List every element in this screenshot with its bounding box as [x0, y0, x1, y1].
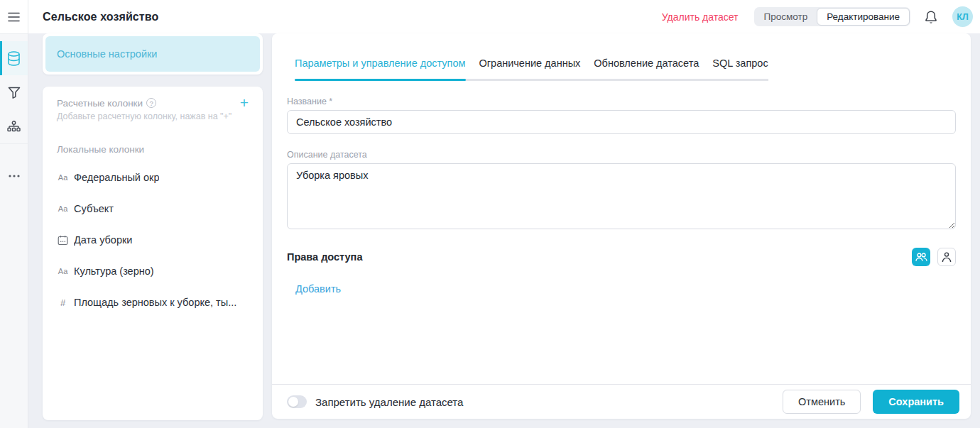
mode-view[interactable]: Просмотр [755, 8, 817, 26]
tab-0[interactable]: Параметры и управление доступом [295, 57, 466, 79]
notifications-button[interactable] [922, 9, 940, 26]
main-settings-card: Основные настройки [43, 33, 263, 75]
bell-icon [925, 10, 937, 24]
dataset-sources-button[interactable] [0, 41, 28, 75]
string-type-icon: Аа [57, 173, 69, 182]
ellipsis-icon [9, 175, 20, 177]
cancel-button[interactable]: Отменить [783, 390, 861, 414]
calc-columns-hint: Добавьте расчетную колонку, нажав на "+" [57, 111, 249, 121]
save-button[interactable]: Сохранить [873, 390, 959, 414]
toggle-knob [288, 397, 298, 407]
footer-buttons: Отменить Сохранить [783, 390, 959, 414]
access-rights-label: Права доступа [287, 251, 362, 263]
user-access-button[interactable] [937, 248, 956, 266]
main-footer: Запретить удаление датасета Отменить Сох… [272, 384, 971, 419]
app: Сельское хозяйство Удалить датасет Просм… [0, 0, 980, 428]
tab-2[interactable]: Обновление датасета [594, 57, 699, 79]
field-label: Субъект [74, 203, 114, 214]
page-title: Сельское хозяйство [43, 11, 158, 23]
forbid-delete-toggle[interactable] [287, 395, 307, 408]
avatar[interactable]: КЛ [952, 6, 973, 27]
dataset-form: Название * Описание датасета Уборка яров… [272, 81, 971, 295]
field-item[interactable]: АаФедеральный окр [57, 162, 249, 193]
calc-columns-header: Расчетные колонки ? + [57, 97, 249, 109]
columns-card: Расчетные колонки ? + Добавьте расчетную… [43, 87, 263, 420]
string-type-icon: Аа [57, 204, 69, 213]
add-calc-column-button[interactable]: + [240, 97, 249, 109]
field-label: Площадь зерновых к уборке, ты... [74, 297, 236, 308]
filters-button[interactable] [0, 75, 28, 109]
field-label: Федеральный окр [74, 172, 159, 183]
description-textarea[interactable]: Уборка яровых [287, 163, 956, 229]
name-input[interactable] [287, 110, 956, 134]
rail-separator [0, 143, 28, 144]
menu-icon[interactable] [0, 0, 28, 33]
mode-edit[interactable]: Редактирование [817, 8, 910, 26]
field-item[interactable]: #Площадь зерновых к уборке, ты... [57, 287, 249, 318]
field-item[interactable]: АаКультура (зерно) [57, 256, 249, 287]
access-view-switch [912, 248, 956, 266]
group-icon [915, 253, 927, 262]
number-type-icon: # [57, 297, 69, 308]
hierarchy-icon [7, 121, 21, 133]
topbar-actions: Удалить датасет Просмотр Редактирование … [662, 6, 973, 27]
forbid-delete-label: Запретить удаление датасета [315, 396, 463, 408]
help-icon[interactable]: ? [146, 98, 156, 108]
add-access-button[interactable]: Добавить [295, 283, 341, 295]
field-label: Дата уборки [74, 234, 132, 246]
person-icon [942, 252, 952, 263]
local-columns-title: Локальные колонки [57, 144, 249, 155]
tab-1[interactable]: Ограничение данных [479, 57, 581, 79]
sidebar-item-main-settings[interactable]: Основные настройки [45, 36, 260, 72]
relations-button[interactable] [0, 109, 28, 143]
field-item[interactable]: Дата уборки [57, 224, 249, 256]
database-icon [7, 51, 21, 66]
group-access-button[interactable] [912, 248, 930, 266]
tab-3[interactable]: SQL запрос [712, 57, 768, 79]
name-label: Название * [287, 97, 956, 106]
filter-icon [8, 87, 21, 99]
main-panel: Параметры и управление доступомОграничен… [272, 33, 971, 419]
delete-dataset-link[interactable]: Удалить датасет [662, 11, 739, 23]
tab-bar: Параметры и управление доступомОграничен… [295, 57, 768, 81]
left-rail [0, 0, 28, 428]
calc-columns-title: Расчетные колонки [57, 98, 143, 109]
string-type-icon: Аа [57, 267, 69, 275]
more-button[interactable] [0, 159, 28, 193]
mode-switcher: Просмотр Редактирование [754, 7, 911, 26]
field-list: АаФедеральный окрАаСубъектДата уборкиАаК… [57, 162, 249, 318]
date-type-icon [57, 235, 69, 246]
sidebar: Основные настройки Расчетные колонки ? +… [43, 33, 263, 420]
access-rights-row: Права доступа [287, 248, 956, 266]
description-label: Описание датасета [287, 150, 956, 160]
field-label: Культура (зерно) [74, 265, 154, 277]
field-item[interactable]: АаСубъект [57, 193, 249, 224]
top-bar: Сельское хозяйство Удалить датасет Просм… [28, 0, 980, 33]
